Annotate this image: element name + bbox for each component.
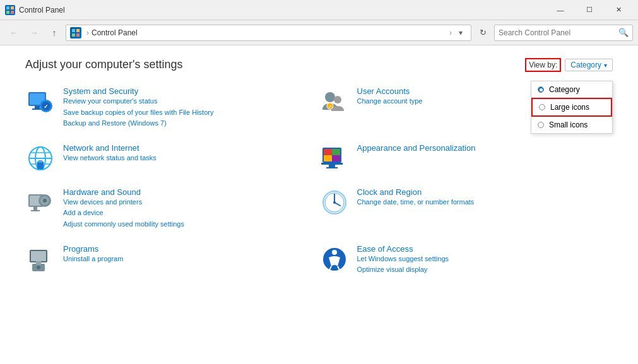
clock-content: Clock and Region Change date, time, or n…: [357, 187, 475, 208]
breadcrumb-separator2: ›: [449, 28, 452, 37]
svg-rect-33: [329, 165, 335, 167]
view-by-menu: Category Large icons Small icons: [531, 81, 613, 134]
ease-content: Ease of Access Let Windows suggest setti…: [357, 244, 449, 276]
ease-link-1[interactable]: Let Windows suggest settings: [357, 254, 449, 265]
categories-grid: ✓ System and Security Review your comput…: [25, 86, 613, 290]
ease-link-2[interactable]: Optimize visual display: [357, 264, 449, 276]
radio-unselected: [538, 122, 544, 128]
search-box[interactable]: 🔍: [494, 25, 633, 41]
ease-icon: [319, 244, 350, 274]
svg-rect-48: [31, 251, 46, 261]
network-title[interactable]: Network and Internet: [63, 143, 139, 153]
up-button[interactable]: ↑: [45, 24, 63, 42]
svg-text:✓: ✓: [328, 105, 332, 109]
svg-point-39: [43, 199, 47, 203]
hardware-icon: [25, 187, 56, 218]
svg-rect-28: [324, 149, 332, 155]
ease-title[interactable]: Ease of Access: [357, 244, 413, 254]
svg-text:✓: ✓: [44, 103, 49, 110]
category-appearance: Appearance and Personalization: [319, 143, 613, 173]
category-hardware: Hardware and Sound View devices and prin…: [25, 187, 319, 230]
dropdown-item-label: Small icons: [549, 120, 588, 129]
svg-point-16: [334, 96, 341, 103]
system-content: System and Security Review your computer…: [63, 86, 213, 129]
svg-rect-4: [72, 29, 75, 32]
svg-rect-6: [72, 33, 75, 37]
svg-rect-32: [321, 163, 343, 165]
hardware-title[interactable]: Hardware and Sound: [63, 187, 141, 197]
network-content: Network and Internet View network status…: [63, 143, 157, 164]
category-system: ✓ System and Security Review your comput…: [25, 86, 319, 129]
network-icon: [25, 143, 56, 173]
programs-link-1[interactable]: Uninstall a program: [63, 254, 123, 265]
main-content: Adjust your computer's settings View by:…: [0, 45, 638, 302]
dropdown-item-label: Large icons: [550, 103, 589, 112]
svg-rect-0: [6, 6, 9, 9]
search-icon: 🔍: [618, 28, 629, 37]
svg-rect-3: [11, 11, 14, 14]
user-icon: ✓: [319, 86, 350, 117]
svg-rect-31: [332, 155, 340, 161]
svg-rect-40: [33, 207, 37, 210]
programs-content: Programs Uninstall a program: [63, 244, 123, 265]
svg-point-46: [333, 201, 336, 204]
window-title: Control Panel: [19, 6, 546, 15]
clock-title[interactable]: Clock and Region: [357, 187, 422, 197]
window-controls: — ☐ ✕: [546, 0, 633, 20]
svg-rect-5: [76, 29, 80, 32]
svg-rect-25: [38, 160, 42, 163]
clock-link-1[interactable]: Change date, time, or number formats: [357, 197, 475, 208]
system-title[interactable]: System and Security: [63, 86, 138, 96]
search-input[interactable]: [499, 28, 618, 37]
address-bar[interactable]: › Control Panel › ▾: [66, 25, 471, 41]
view-by-row: View by: Category ▾: [525, 58, 613, 72]
dropdown-item-large-icons[interactable]: Large icons: [531, 98, 612, 117]
minimize-button[interactable]: —: [546, 0, 575, 20]
svg-rect-30: [324, 155, 332, 161]
app-icon: [5, 5, 15, 15]
dropdown-item-category[interactable]: Category: [531, 81, 612, 98]
system-icon: ✓: [25, 86, 56, 117]
svg-rect-41: [31, 210, 40, 211]
svg-rect-2: [6, 11, 9, 14]
system-link-2[interactable]: Save backup copies of your files with Fi…: [63, 107, 213, 119]
category-programs: Programs Uninstall a program: [25, 244, 319, 276]
hardware-link-3[interactable]: Adjust commonly used mobility settings: [63, 219, 184, 230]
maximize-button[interactable]: ☐: [575, 0, 604, 20]
appearance-content: Appearance and Personalization: [357, 143, 476, 153]
category-clock: Clock and Region Change date, time, or n…: [319, 187, 613, 230]
hardware-link-2[interactable]: Add a device: [63, 208, 184, 219]
system-link-1[interactable]: Review your computer's status: [63, 96, 213, 107]
appearance-icon: [319, 143, 350, 173]
refresh-button[interactable]: ↻: [474, 24, 492, 42]
dropdown-arrow: ▾: [604, 62, 607, 69]
programs-icon: [25, 244, 56, 274]
breadcrumb-separator: ›: [86, 28, 89, 37]
category-ease: Ease of Access Let Windows suggest setti…: [319, 244, 613, 276]
radio-unselected: [539, 104, 545, 110]
back-button[interactable]: ←: [5, 24, 23, 42]
dropdown-item-small-icons[interactable]: Small icons: [531, 117, 612, 133]
user-title[interactable]: User Accounts: [357, 86, 410, 96]
svg-point-50: [37, 266, 40, 269]
network-link-1[interactable]: View network status and tasks: [63, 153, 157, 164]
close-button[interactable]: ✕: [604, 0, 633, 20]
hardware-link-1[interactable]: View devices and printers: [63, 197, 184, 208]
address-dropdown-arrow[interactable]: ▾: [454, 28, 467, 37]
programs-title[interactable]: Programs: [63, 244, 98, 254]
radio-selected: [538, 86, 544, 93]
svg-point-53: [332, 250, 337, 255]
appearance-title[interactable]: Appearance and Personalization: [357, 143, 476, 153]
navbar: ← → ↑ › Control Panel › ▾ ↻ 🔍: [0, 20, 638, 45]
user-link-1[interactable]: Change account type: [357, 96, 423, 107]
hardware-content: Hardware and Sound View devices and prin…: [63, 187, 184, 230]
system-link-3[interactable]: Backup and Restore (Windows 7): [63, 118, 213, 129]
address-text: Control Panel: [92, 28, 447, 37]
view-by-dropdown[interactable]: Category ▾: [565, 59, 613, 71]
titlebar: Control Panel — ☐ ✕: [0, 0, 638, 20]
svg-rect-1: [11, 6, 14, 9]
forward-button[interactable]: →: [25, 24, 43, 42]
svg-rect-10: [35, 106, 40, 109]
clock-icon: [319, 187, 350, 218]
svg-rect-34: [326, 167, 338, 168]
